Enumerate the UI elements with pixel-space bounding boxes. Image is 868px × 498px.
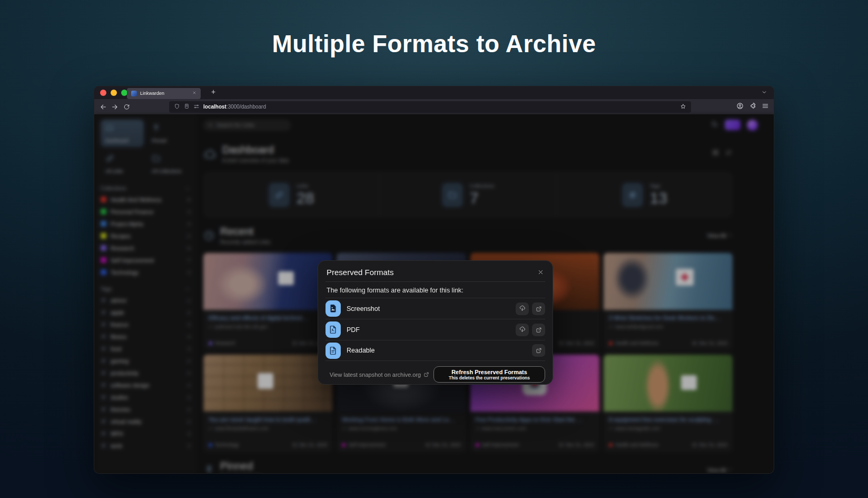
traffic-lights xyxy=(100,90,127,96)
external-link-icon xyxy=(536,327,542,333)
preserved-formats-modal: Preserved Formats The following formats … xyxy=(318,260,553,385)
reload-icon[interactable] xyxy=(121,103,132,110)
open-format-button[interactable] xyxy=(532,302,545,315)
format-file-icon xyxy=(326,343,341,359)
external-link-icon xyxy=(536,306,542,312)
page-info-icon[interactable] xyxy=(184,103,190,110)
archive-org-link[interactable]: View latest snapshot on archive.org xyxy=(326,372,433,378)
new-tab-button[interactable]: + xyxy=(208,87,219,96)
url-path: :3000/dashboard xyxy=(226,104,266,110)
page-title: Multiple Formats to Archive xyxy=(0,30,868,58)
browser-chrome: Linkwarden + localhost:3000/dashboard xyxy=(94,86,774,114)
external-link-icon xyxy=(536,347,542,354)
external-link-icon xyxy=(423,372,429,377)
tracking-shield-icon[interactable] xyxy=(174,103,180,111)
format-file-icon xyxy=(326,300,341,317)
refresh-button-sublabel: This deletes the current preservations xyxy=(449,375,530,380)
refresh-button-label: Refresh Preserved Formats xyxy=(451,369,527,375)
archive-link-label: View latest snapshot on archive.org xyxy=(330,372,421,378)
back-icon[interactable] xyxy=(97,103,109,111)
toolbar-right xyxy=(736,102,769,112)
forward-icon[interactable] xyxy=(109,103,121,111)
modal-description: The following formats are available for … xyxy=(327,287,544,294)
download-format-button[interactable] xyxy=(516,302,529,315)
tab-title: Linkwarden xyxy=(140,91,164,96)
tab-bar: Linkwarden + xyxy=(94,86,774,99)
format-label: Screenshot xyxy=(347,305,380,313)
bookmark-star-icon[interactable] xyxy=(680,103,686,111)
minimize-window-button[interactable] xyxy=(111,90,117,96)
format-label: PDF xyxy=(347,326,360,334)
format-label: Readable xyxy=(347,347,375,354)
close-icon[interactable] xyxy=(537,269,544,276)
open-format-button[interactable] xyxy=(532,324,545,336)
modal-title: Preserved Formats xyxy=(327,268,394,277)
refresh-preserved-formats-button[interactable]: Refresh Preserved Formats This deletes t… xyxy=(433,366,545,383)
linkwarden-favicon xyxy=(131,91,137,96)
close-window-button[interactable] xyxy=(100,90,106,96)
cloud-download-icon xyxy=(519,326,526,333)
promo-background: Multiple Formats to Archive Linkwarden + xyxy=(0,0,868,498)
download-format-button[interactable] xyxy=(516,324,529,336)
account-icon[interactable] xyxy=(736,102,744,112)
menu-icon[interactable] xyxy=(762,102,769,112)
format-row: Readable xyxy=(326,340,545,361)
cloud-download-icon xyxy=(519,305,526,312)
tab-close-icon[interactable] xyxy=(192,91,196,96)
formats-list: Screenshot PDF Readable xyxy=(326,298,545,361)
extensions-icon[interactable] xyxy=(749,102,756,112)
browser-window: Linkwarden + localhost:3000/dashboard xyxy=(94,86,774,474)
modal-footer: View latest snapshot on archive.org Refr… xyxy=(326,366,545,383)
format-row: Screenshot xyxy=(326,298,545,319)
open-format-button[interactable] xyxy=(532,344,545,357)
browser-tab[interactable]: Linkwarden xyxy=(127,88,201,99)
tab-list-chevron-icon[interactable] xyxy=(761,88,767,97)
format-file-icon xyxy=(326,321,341,338)
url-bar[interactable]: localhost:3000/dashboard xyxy=(169,101,691,113)
url-host: localhost xyxy=(203,104,226,110)
url-text: localhost:3000/dashboard xyxy=(203,104,266,110)
format-row: PDF xyxy=(326,319,545,340)
browser-toolbar: localhost:3000/dashboard xyxy=(94,99,774,114)
permissions-icon[interactable] xyxy=(193,103,200,111)
